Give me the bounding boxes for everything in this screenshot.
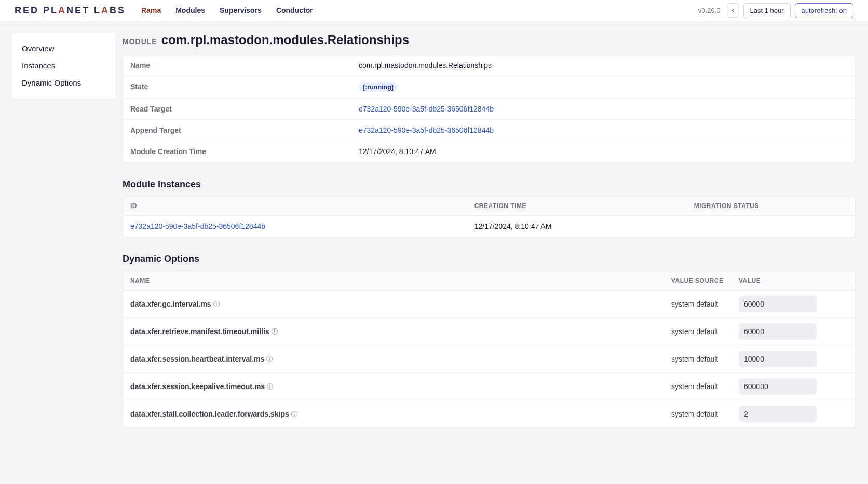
cell-migration — [687, 216, 855, 237]
version-label: v0.26.0 — [698, 7, 721, 15]
option-source: system default — [671, 300, 734, 308]
nav-conductor[interactable]: Conductor — [276, 6, 313, 15]
options-header-row: NAME VALUE SOURCE VALUE — [123, 271, 855, 290]
options-col-source: VALUE SOURCE — [671, 277, 734, 284]
option-name: data.xfer.session.heartbeat.interval.msi — [130, 355, 666, 363]
kv-value: e732a120-590e-3a5f-db25-36506f12844b — [351, 99, 855, 119]
time-range-button[interactable]: Last 1 hour — [743, 3, 791, 18]
instance-id-link[interactable]: e732a120-590e-3a5f-db25-36506f12844b — [130, 222, 265, 230]
page-title-text: com.rpl.mastodon.modules.Relationships — [161, 33, 409, 47]
kv-key: Name — [123, 55, 351, 76]
kv-key: Append Target — [123, 120, 351, 141]
option-value-input[interactable] — [739, 378, 817, 395]
option-row: data.xfer.gc.interval.msisystem default — [123, 290, 855, 317]
option-value-cell — [739, 406, 848, 422]
sidebar-item-overview[interactable]: Overview — [12, 40, 115, 57]
cell-id: e732a120-590e-3a5f-db25-36506f12844b — [123, 216, 467, 237]
module-info-card: Namecom.rpl.mastodon.modules.Relationshi… — [123, 54, 856, 162]
kv-value: [:running] — [351, 76, 855, 98]
state-badge: [:running] — [359, 82, 398, 92]
kv-key: Read Target — [123, 99, 351, 119]
main-nav: Rama Modules Supervisors Conductor — [141, 6, 313, 15]
main-content: MODULE com.rpl.mastodon.modules.Relation… — [123, 33, 856, 445]
option-row: data.xfer.stall.collection.leader.forwar… — [123, 400, 855, 427]
kv-row: Append Targete732a120-590e-3a5f-db25-365… — [123, 119, 855, 141]
kv-row: Module Creation Time12/17/2024, 8:10:47 … — [123, 141, 855, 162]
sidebar-item-instances[interactable]: Instances — [12, 57, 115, 74]
option-row: data.xfer.session.heartbeat.interval.msi… — [123, 345, 855, 372]
option-row: data.xfer.retrieve.manifest.timeout.mill… — [123, 317, 855, 345]
kv-row: State[:running] — [123, 76, 855, 98]
info-icon[interactable]: i — [213, 301, 220, 307]
kv-key: State — [123, 76, 351, 98]
autorefresh-toggle[interactable]: autorefresh: on — [795, 3, 853, 18]
instances-table: ID CREATION TIME MIGRATION STATUS e732a1… — [123, 197, 855, 237]
info-icon[interactable]: i — [267, 383, 273, 390]
page-title-kicker: MODULE — [123, 37, 157, 46]
option-value-cell — [739, 351, 848, 367]
option-value-cell — [739, 378, 848, 395]
instances-col-id: ID — [123, 197, 467, 216]
chevron-left-icon: ‹ — [732, 7, 734, 14]
options-col-name: NAME — [130, 277, 666, 284]
options-card: NAME VALUE SOURCE VALUE data.xfer.gc.int… — [123, 271, 856, 428]
option-value-input[interactable] — [739, 351, 817, 367]
instances-card: ID CREATION TIME MIGRATION STATUS e732a1… — [123, 196, 856, 237]
time-range-prev-button[interactable]: ‹ — [727, 3, 739, 18]
kv-value: e732a120-590e-3a5f-db25-36506f12844b — [351, 120, 855, 141]
kv-row: Namecom.rpl.mastodon.modules.Relationshi… — [123, 55, 855, 76]
nav-modules[interactable]: Modules — [175, 6, 205, 15]
option-source: system default — [671, 410, 734, 418]
info-icon[interactable]: i — [291, 411, 297, 417]
sidebar-item-dynamic-options[interactable]: Dynamic Options — [12, 74, 115, 91]
kv-value: com.rpl.mastodon.modules.Relationships — [351, 55, 855, 76]
option-source: system default — [671, 355, 734, 363]
topbar: RED PLANET LABS Rama Modules Supervisors… — [0, 0, 868, 21]
cell-created: 12/17/2024, 8:10:47 AM — [467, 216, 687, 237]
instances-col-migration: MIGRATION STATUS — [687, 197, 855, 216]
option-name: data.xfer.retrieve.manifest.timeout.mill… — [130, 327, 666, 336]
option-source: system default — [671, 327, 734, 336]
kv-link[interactable]: e732a120-590e-3a5f-db25-36506f12844b — [359, 105, 494, 113]
option-value-cell — [739, 323, 848, 340]
option-value-input[interactable] — [739, 323, 817, 340]
kv-key: Module Creation Time — [123, 141, 351, 162]
option-value-cell — [739, 296, 848, 312]
option-name: data.xfer.stall.collection.leader.forwar… — [130, 410, 666, 418]
instances-heading: Module Instances — [123, 179, 856, 190]
table-row: e732a120-590e-3a5f-db25-36506f12844b12/1… — [123, 216, 855, 237]
options-col-value: VALUE — [739, 277, 848, 284]
option-name: data.xfer.gc.interval.msi — [130, 300, 666, 308]
option-value-input[interactable] — [739, 296, 817, 312]
kv-value: 12/17/2024, 8:10:47 AM — [351, 141, 855, 162]
sidebar: Overview Instances Dynamic Options — [12, 33, 115, 99]
option-name: data.xfer.session.keepalive.timeout.msi — [130, 382, 666, 391]
options-heading: Dynamic Options — [123, 254, 856, 265]
info-icon[interactable]: i — [272, 328, 278, 335]
kv-link[interactable]: e732a120-590e-3a5f-db25-36506f12844b — [359, 126, 494, 134]
option-source: system default — [671, 382, 734, 391]
nav-rama[interactable]: Rama — [141, 6, 161, 15]
topbar-right: v0.26.0 ‹ Last 1 hour autorefresh: on — [698, 3, 853, 18]
option-row: data.xfer.session.keepalive.timeout.msis… — [123, 372, 855, 400]
kv-row: Read Targete732a120-590e-3a5f-db25-36506… — [123, 98, 855, 119]
instances-col-created: CREATION TIME — [467, 197, 687, 216]
option-value-input[interactable] — [739, 406, 817, 422]
brand-logo: RED PLANET LABS — [15, 5, 126, 16]
nav-supervisors[interactable]: Supervisors — [220, 6, 262, 15]
page-body: Overview Instances Dynamic Options MODUL… — [0, 21, 868, 465]
page-title: MODULE com.rpl.mastodon.modules.Relation… — [123, 33, 856, 47]
info-icon[interactable]: i — [266, 356, 273, 362]
